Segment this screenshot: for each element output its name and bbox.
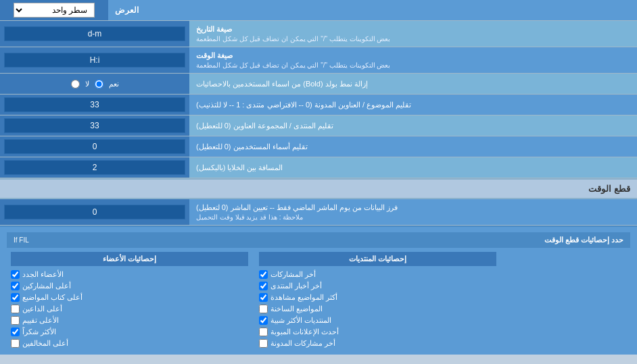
stats-forum-item-4: المواضيع الساخنة xyxy=(259,303,496,315)
forum-title-row: تقليم المنتدى / المجموعة العناوين (0 للت… xyxy=(0,115,637,136)
date-format-input[interactable] xyxy=(4,26,185,41)
cell-spacing-row: المسافة بين الخلايا (بالبكسل) xyxy=(0,157,637,178)
member-stat-check-6[interactable] xyxy=(11,328,20,336)
cell-spacing-input-wrapper[interactable] xyxy=(0,157,189,178)
display-select[interactable]: سطر واحد سطران ثلاثة أسطر xyxy=(14,3,95,18)
right-stats-label: If FIL xyxy=(14,236,29,244)
stats-forum-item-7: أخر مشاركات المدونة xyxy=(259,338,496,349)
stats-member-item-2: أعلى المشاركين xyxy=(11,280,248,292)
cutoff-input-wrapper[interactable] xyxy=(0,199,189,225)
cell-spacing-input[interactable] xyxy=(4,160,185,175)
stats-forum-item-3: أكثر المواضيع مشاهدة xyxy=(259,292,496,303)
stats-section: حدد إحصائيات قطع الوقت If FIL إحصائيات ا… xyxy=(0,226,637,355)
member-stat-check-3[interactable] xyxy=(11,293,20,302)
cutoff-label: فرز البيانات من يوم الماشر الماضي فقط --… xyxy=(189,199,637,225)
cutoff-sublabel: ملاحظة : هذا قد يزيد قبلا وقت التحميل xyxy=(196,213,303,221)
bold-remove-row: إزالة نمط بولد (Bold) من اسماء المستخدمي… xyxy=(0,74,637,95)
forum-stat-check-4[interactable] xyxy=(259,305,268,313)
stats-member-item-4: أعلى الداعين xyxy=(11,303,248,315)
member-stat-label-6: الأكثر شكراً xyxy=(22,328,56,336)
cutoff-input[interactable] xyxy=(4,205,185,219)
page-title: العرض xyxy=(108,0,637,20)
forum-title-input-wrapper[interactable] xyxy=(0,115,189,136)
topic-title-label: تقليم الموضوع / العناوين المدونة (0 -- ا… xyxy=(189,95,637,115)
bold-no-radio[interactable] xyxy=(71,80,80,88)
member-stat-label-3: أعلى كتاب المواضيع xyxy=(22,293,82,302)
cutoff-section-header: قطع الوقت xyxy=(0,178,637,199)
stats-forum-col: إحصائيات المنتديات أخر المشاركات أخر أخب… xyxy=(255,252,500,349)
member-stat-label-2: أعلى المشاركين xyxy=(22,282,71,290)
username-limit-row: تقليم أسماء المستخدمين (0 للتعطيل) xyxy=(0,136,637,157)
date-format-input-wrapper[interactable] xyxy=(0,21,189,47)
cutoff-row: فرز البيانات من يوم الماشر الماضي فقط --… xyxy=(0,199,637,226)
stats-member-item-6: الأكثر شكراً xyxy=(11,326,248,338)
forum-stat-label-6: أحدث الإعلانات المبوبة xyxy=(270,328,339,336)
stats-forum-item-6: أحدث الإعلانات المبوبة xyxy=(259,326,496,338)
forum-stat-check-7[interactable] xyxy=(259,339,268,348)
stats-apply-label: حدد إحصائيات قطع الوقت xyxy=(43,236,623,244)
forum-title-label: تقليم المنتدى / المجموعة العناوين (0 للت… xyxy=(189,115,637,136)
forum-stat-label-1: أخر المشاركات xyxy=(270,270,316,279)
topic-title-input[interactable] xyxy=(4,97,185,112)
time-format-row: صيغة الوقت بعض التكوينات يتطلب "/" التي … xyxy=(0,47,637,74)
member-stat-check-2[interactable] xyxy=(11,282,20,290)
stats-forum-item-2: أخر أخبار المنتدى xyxy=(259,280,496,292)
stats-member-col-title: إحصائيات الأعضاء xyxy=(11,252,248,266)
member-stat-check-5[interactable] xyxy=(11,316,20,325)
time-format-title: صيغة الوقت xyxy=(196,51,233,60)
member-stat-check-1[interactable] xyxy=(11,270,20,279)
topic-title-row: تقليم الموضوع / العناوين المدونة (0 -- ا… xyxy=(0,95,637,115)
top-section: العرض سطر واحد سطران ثلاثة أسطر xyxy=(0,0,637,21)
display-select-wrapper[interactable]: سطر واحد سطران ثلاثة أسطر xyxy=(0,0,108,20)
username-limit-label: تقليم أسماء المستخدمين (0 للتعطيل) xyxy=(189,136,637,157)
stats-member-col: إحصائيات الأعضاء الأعضاء الجدد أعلى المش… xyxy=(7,252,252,349)
member-stat-label-4: أعلى الداعين xyxy=(22,305,62,313)
stats-forum-item-1: أخر المشاركات xyxy=(259,269,496,280)
forum-stat-check-3[interactable] xyxy=(259,293,268,302)
time-format-input-wrapper[interactable] xyxy=(0,47,189,73)
cell-spacing-label: المسافة بين الخلايا (بالبكسل) xyxy=(189,157,637,178)
username-limit-input[interactable] xyxy=(4,139,185,154)
stats-member-item-7: أعلى المخالفين xyxy=(11,338,248,349)
forum-stat-label-3: أكثر المواضيع مشاهدة xyxy=(270,293,337,302)
member-stat-check-7[interactable] xyxy=(11,339,20,348)
forum-stat-check-2[interactable] xyxy=(259,282,268,290)
bold-remove-label: إزالة نمط بولد (Bold) من اسماء المستخدمي… xyxy=(189,74,637,94)
forum-stat-label-2: أخر أخبار المنتدى xyxy=(270,282,322,290)
forum-title-input[interactable] xyxy=(4,118,185,133)
bold-yes-label: نعم xyxy=(109,80,119,88)
forum-stat-check-6[interactable] xyxy=(259,328,268,336)
username-limit-input-wrapper[interactable] xyxy=(0,136,189,157)
forum-stat-check-5[interactable] xyxy=(259,316,268,325)
time-format-label: صيغة الوقت بعض التكوينات يتطلب "/" التي … xyxy=(189,47,637,73)
stats-forum-item-5: المنتديات الأكثر شبية xyxy=(259,315,496,326)
member-stat-label-5: الأعلى تقييم xyxy=(22,316,59,325)
date-format-label: صيغة التاريخ بعض التكوينات يتطلب "/" الت… xyxy=(189,21,637,47)
bold-remove-options: نعم لا xyxy=(0,74,189,94)
date-format-row: صيغة التاريخ بعض التكوينات يتطلب "/" الت… xyxy=(0,21,637,47)
forum-stat-label-7: أخر مشاركات المدونة xyxy=(270,339,335,348)
stats-member-item-3: أعلى كتاب المواضيع xyxy=(11,292,248,303)
member-stat-label-7: أعلى المخالفين xyxy=(22,339,68,348)
stats-member-item-1: الأعضاء الجدد xyxy=(11,269,248,280)
bold-no-label: لا xyxy=(85,80,89,88)
stats-header-bar: حدد إحصائيات قطع الوقت If FIL xyxy=(7,232,630,248)
member-stat-check-4[interactable] xyxy=(11,305,20,313)
date-format-sublabel: بعض التكوينات يتطلب "/" التي يمكن ان تضا… xyxy=(196,35,390,43)
stats-forum-col-title: إحصائيات المنتديات xyxy=(259,252,496,266)
forum-stat-label-5: المنتديات الأكثر شبية xyxy=(270,316,331,325)
topic-title-input-wrapper[interactable] xyxy=(0,95,189,115)
date-format-title: صيغة التاريخ xyxy=(196,25,232,34)
time-format-sublabel: بعض التكوينات يتطلب "/" التي يمكن ان تضا… xyxy=(196,61,390,69)
stats-member-item-5: الأعلى تقييم xyxy=(11,315,248,326)
forum-stat-check-1[interactable] xyxy=(259,270,268,279)
stats-columns-container: إحصائيات المنتديات أخر المشاركات أخر أخب… xyxy=(7,252,630,349)
cutoff-main-label: فرز البيانات من يوم الماشر الماضي فقط --… xyxy=(196,203,398,212)
stats-right-col xyxy=(503,252,630,349)
member-stat-label-1: الأعضاء الجدد xyxy=(22,270,64,279)
cutoff-title: قطع الوقت xyxy=(588,184,630,194)
bold-yes-radio[interactable] xyxy=(95,80,103,88)
forum-stat-label-4: المواضيع الساخنة xyxy=(270,305,323,313)
bold-radio-group: نعم لا xyxy=(71,78,119,90)
time-format-input[interactable] xyxy=(4,53,185,68)
